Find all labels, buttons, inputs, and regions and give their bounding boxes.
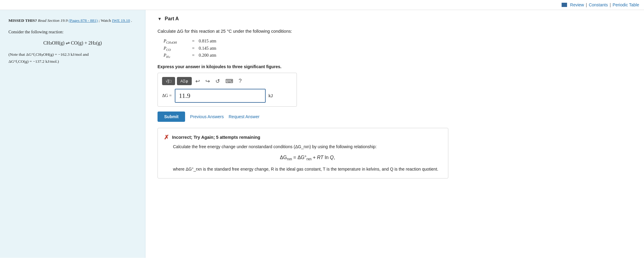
review-icon <box>562 3 567 7</box>
missed-dot: . <box>131 18 132 23</box>
feedback-note: where ΔG°_rxn is the standard free energ… <box>173 166 442 172</box>
math-templates-btn[interactable]: √∫□ <box>162 77 175 85</box>
note-line1: (Note that ΔG°f,CH₃OH(g) = −162.3 kJ/mol… <box>8 51 137 58</box>
note-text: (Note that ΔG°f,CH₃OH(g) = −162.3 kJ/mol… <box>8 51 137 65</box>
answer-row: ΔG = kJ <box>162 89 292 103</box>
cond-eq-3: = <box>188 53 199 58</box>
consider-text: Consider the following reaction: <box>8 29 137 35</box>
feedback-header: ✗ Incorrect; Try Again; 5 attempts remai… <box>164 134 442 141</box>
missed-this-italic: Read Section 19.9 <box>38 18 68 23</box>
cond-eq-1: = <box>188 38 199 44</box>
part-label: Part A <box>165 16 179 22</box>
condition-row-2: PCO = 0.145 atm <box>164 46 632 52</box>
feedback-formula: ΔGrxn = ΔG°rxn + RT ln Q, <box>173 154 442 162</box>
top-bar: Review | Constants | Periodic Table <box>0 0 644 10</box>
express-label: Express your answer in kilojoules to thr… <box>158 64 632 69</box>
question-text: Calculate ΔG for this reaction at 25 °C … <box>158 29 632 34</box>
conditions-table: PCH₃OH = 0.815 atm PCO = 0.145 atm PH₂ =… <box>164 38 632 59</box>
request-answer-link[interactable]: Request Answer <box>229 114 260 119</box>
keyboard-btn[interactable]: ⌨ <box>224 77 235 86</box>
cond-label-3: PH₂ <box>164 53 188 59</box>
collapse-arrow[interactable]: ▼ <box>158 16 162 21</box>
action-bar: Submit Previous Answers Request Answer <box>158 112 632 122</box>
missed-this-section: MISSED THIS? Read Section 19.9 (Pages 87… <box>8 17 137 24</box>
undo-btn[interactable]: ↩ <box>194 77 202 86</box>
main-layout: MISSED THIS? Read Section 19.9 (Pages 87… <box>0 10 644 258</box>
answer-box: √∫□ ΑΣφ ↩ ↪ ↺ ⌨ ? ΔG = kJ <box>158 73 297 107</box>
iwe-link[interactable]: IWE 19.10 <box>112 18 130 23</box>
missed-watch: ; Watch <box>99 18 111 23</box>
answer-label: ΔG = <box>162 93 172 98</box>
cond-eq-2: = <box>188 46 199 51</box>
help-btn[interactable]: ? <box>237 77 244 85</box>
greek-symbols-btn[interactable]: ΑΣφ <box>177 77 192 85</box>
sep2: | <box>610 2 611 7</box>
math-toolbar: √∫□ ΑΣφ ↩ ↪ ↺ ⌨ ? <box>162 77 292 86</box>
condition-row-1: PCH₃OH = 0.815 atm <box>164 38 632 45</box>
feedback-box: ✗ Incorrect; Try Again; 5 attempts remai… <box>158 128 448 178</box>
condition-row-3: PH₂ = 0.200 atm <box>164 53 632 59</box>
refresh-btn[interactable]: ↺ <box>214 77 222 86</box>
cond-val-1: 0.815 atm <box>199 38 226 44</box>
submit-button[interactable]: Submit <box>158 112 185 122</box>
feedback-body: Calculate the free energy change under n… <box>173 143 442 173</box>
cond-val-2: 0.145 atm <box>199 46 226 51</box>
answer-input[interactable] <box>175 89 266 103</box>
constants-link[interactable]: Constants <box>589 2 608 7</box>
part-header: ▼ Part A <box>158 16 632 22</box>
sep1: | <box>586 2 587 7</box>
note-line2: ΔG°f,CO(g) = −137.2 kJ/mol.) <box>8 58 137 65</box>
redo-btn[interactable]: ↪ <box>204 77 212 86</box>
answer-unit: kJ <box>269 93 273 98</box>
cond-val-3: 0.200 atm <box>199 53 226 58</box>
previous-answers-link[interactable]: Previous Answers <box>190 114 224 119</box>
periodic-table-link[interactable]: Periodic Table <box>612 2 639 7</box>
incorrect-icon: ✗ <box>164 134 169 141</box>
left-panel: MISSED THIS? Read Section 19.9 (Pages 87… <box>0 10 145 258</box>
feedback-title: Incorrect; Try Again; 5 attempts remaini… <box>172 135 260 140</box>
pages-link[interactable]: (Pages 878 - 881) <box>69 18 98 23</box>
reaction-equation: CH₃OH(g) ⇌ CO(g) + 2H₂(g) <box>8 39 137 47</box>
missed-this-label: MISSED THIS? <box>8 18 37 23</box>
right-panel: ▼ Part A Calculate ΔG for this reaction … <box>145 10 644 258</box>
feedback-body-text: Calculate the free energy change under n… <box>173 143 442 150</box>
review-link[interactable]: Review <box>570 2 584 7</box>
cond-label-2: PCO <box>164 46 188 52</box>
cond-label-1: PCH₃OH <box>164 38 188 45</box>
